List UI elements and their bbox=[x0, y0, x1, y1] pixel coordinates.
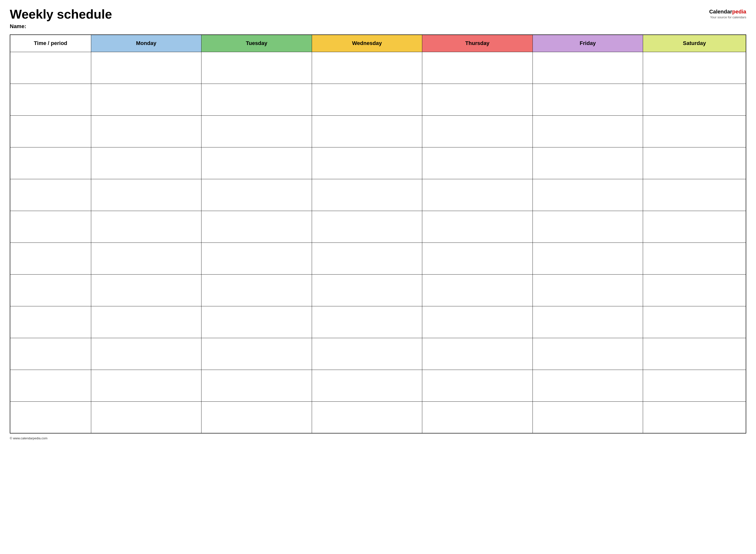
table-row bbox=[10, 242, 746, 274]
time-cell[interactable] bbox=[10, 179, 91, 211]
logo-text: Calendarpedia bbox=[709, 9, 746, 15]
schedule-cell[interactable] bbox=[91, 274, 202, 306]
schedule-cell[interactable] bbox=[643, 370, 746, 401]
schedule-cell[interactable] bbox=[312, 179, 422, 211]
schedule-cell[interactable] bbox=[643, 115, 746, 147]
schedule-cell[interactable] bbox=[312, 274, 422, 306]
time-cell[interactable] bbox=[10, 84, 91, 115]
schedule-cell[interactable] bbox=[643, 274, 746, 306]
schedule-cell[interactable] bbox=[202, 306, 312, 338]
schedule-cell[interactable] bbox=[422, 115, 533, 147]
schedule-cell[interactable] bbox=[202, 370, 312, 401]
schedule-cell[interactable] bbox=[422, 84, 533, 115]
schedule-cell[interactable] bbox=[312, 401, 422, 433]
schedule-cell[interactable] bbox=[91, 211, 202, 242]
time-cell[interactable] bbox=[10, 147, 91, 179]
schedule-cell[interactable] bbox=[312, 115, 422, 147]
schedule-cell[interactable] bbox=[202, 211, 312, 242]
schedule-cell[interactable] bbox=[312, 338, 422, 370]
schedule-cell[interactable] bbox=[202, 115, 312, 147]
schedule-cell[interactable] bbox=[91, 338, 202, 370]
schedule-cell[interactable] bbox=[312, 306, 422, 338]
schedule-cell[interactable] bbox=[533, 115, 643, 147]
schedule-cell[interactable] bbox=[202, 52, 312, 84]
footer-url: © www.calendarpedia.com bbox=[10, 436, 47, 440]
schedule-cell[interactable] bbox=[533, 274, 643, 306]
time-cell[interactable] bbox=[10, 242, 91, 274]
col-header-friday: Friday bbox=[533, 35, 643, 52]
schedule-cell[interactable] bbox=[422, 338, 533, 370]
schedule-cell[interactable] bbox=[312, 370, 422, 401]
schedule-cell[interactable] bbox=[533, 306, 643, 338]
schedule-cell[interactable] bbox=[643, 52, 746, 84]
table-row bbox=[10, 401, 746, 433]
time-cell[interactable] bbox=[10, 211, 91, 242]
table-row bbox=[10, 115, 746, 147]
schedule-cell[interactable] bbox=[91, 84, 202, 115]
col-header-thursday: Thursday bbox=[422, 35, 533, 52]
schedule-cell[interactable] bbox=[91, 401, 202, 433]
schedule-cell[interactable] bbox=[643, 306, 746, 338]
schedule-cell[interactable] bbox=[533, 370, 643, 401]
schedule-cell[interactable] bbox=[643, 147, 746, 179]
schedule-cell[interactable] bbox=[202, 147, 312, 179]
schedule-cell[interactable] bbox=[533, 52, 643, 84]
table-header-row: Time / period Monday Tuesday Wednesday T… bbox=[10, 35, 746, 52]
schedule-cell[interactable] bbox=[422, 147, 533, 179]
time-cell[interactable] bbox=[10, 306, 91, 338]
schedule-cell[interactable] bbox=[422, 401, 533, 433]
table-row bbox=[10, 211, 746, 242]
schedule-cell[interactable] bbox=[312, 211, 422, 242]
schedule-cell[interactable] bbox=[422, 52, 533, 84]
time-cell[interactable] bbox=[10, 274, 91, 306]
schedule-cell[interactable] bbox=[643, 401, 746, 433]
table-row bbox=[10, 370, 746, 401]
schedule-cell[interactable] bbox=[422, 370, 533, 401]
schedule-cell[interactable] bbox=[422, 242, 533, 274]
schedule-cell[interactable] bbox=[91, 179, 202, 211]
time-cell[interactable] bbox=[10, 115, 91, 147]
schedule-cell[interactable] bbox=[312, 147, 422, 179]
schedule-cell[interactable] bbox=[91, 370, 202, 401]
schedule-cell[interactable] bbox=[91, 115, 202, 147]
schedule-cell[interactable] bbox=[91, 147, 202, 179]
schedule-cell[interactable] bbox=[312, 52, 422, 84]
schedule-cell[interactable] bbox=[643, 338, 746, 370]
schedule-cell[interactable] bbox=[533, 147, 643, 179]
logo-pedia: pedia bbox=[732, 9, 746, 15]
schedule-cell[interactable] bbox=[643, 179, 746, 211]
time-cell[interactable] bbox=[10, 52, 91, 84]
schedule-cell[interactable] bbox=[422, 306, 533, 338]
schedule-cell[interactable] bbox=[91, 242, 202, 274]
schedule-cell[interactable] bbox=[202, 179, 312, 211]
schedule-cell[interactable] bbox=[643, 211, 746, 242]
time-cell[interactable] bbox=[10, 401, 91, 433]
schedule-cell[interactable] bbox=[312, 84, 422, 115]
schedule-cell[interactable] bbox=[202, 401, 312, 433]
schedule-cell[interactable] bbox=[422, 274, 533, 306]
schedule-cell[interactable] bbox=[312, 242, 422, 274]
schedule-cell[interactable] bbox=[202, 242, 312, 274]
schedule-cell[interactable] bbox=[202, 338, 312, 370]
table-row bbox=[10, 179, 746, 211]
schedule-cell[interactable] bbox=[422, 211, 533, 242]
schedule-cell[interactable] bbox=[533, 242, 643, 274]
schedule-cell[interactable] bbox=[202, 84, 312, 115]
schedule-cell[interactable] bbox=[643, 84, 746, 115]
schedule-cell[interactable] bbox=[91, 306, 202, 338]
schedule-cell[interactable] bbox=[533, 179, 643, 211]
page-header: Weekly schedule Name: Calendarpedia Your… bbox=[10, 7, 746, 30]
time-cell[interactable] bbox=[10, 370, 91, 401]
schedule-cell[interactable] bbox=[533, 211, 643, 242]
schedule-table: Time / period Monday Tuesday Wednesday T… bbox=[10, 35, 746, 434]
schedule-cell[interactable] bbox=[422, 179, 533, 211]
schedule-cell[interactable] bbox=[533, 84, 643, 115]
time-cell[interactable] bbox=[10, 338, 91, 370]
page-title: Weekly schedule bbox=[10, 7, 112, 21]
schedule-cell[interactable] bbox=[533, 401, 643, 433]
schedule-cell[interactable] bbox=[643, 242, 746, 274]
table-row bbox=[10, 52, 746, 84]
schedule-cell[interactable] bbox=[91, 52, 202, 84]
schedule-cell[interactable] bbox=[202, 274, 312, 306]
schedule-cell[interactable] bbox=[533, 338, 643, 370]
